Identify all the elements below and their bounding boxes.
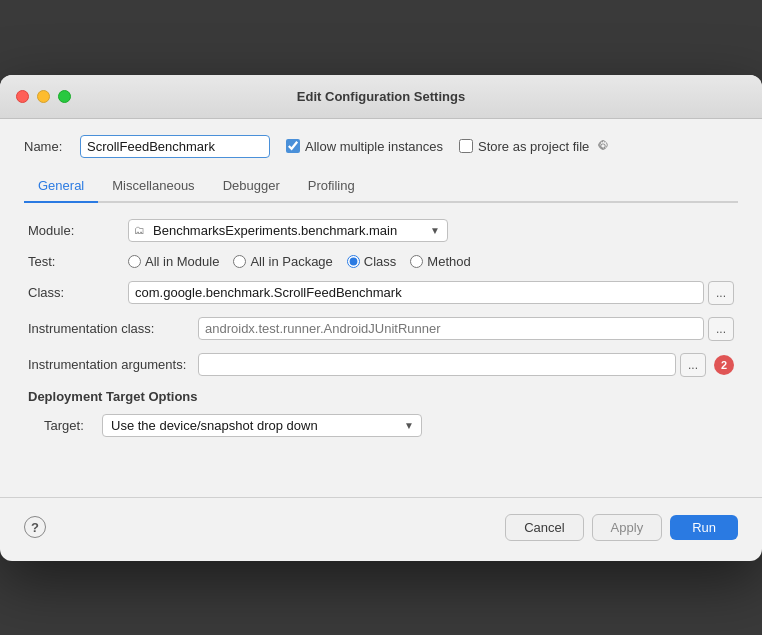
instrumentation-class-input-group: ... [198,317,734,341]
store-project-item[interactable]: Store as project file [459,139,610,154]
tab-debugger[interactable]: Debugger [209,172,294,203]
target-select[interactable]: Use the device/snapshot drop down [102,414,422,437]
class-browse-button[interactable]: ... [708,281,734,305]
store-project-label: Store as project file [478,139,589,154]
test-row: Test: All in Module All in Package Class [28,254,734,269]
tab-general[interactable]: General [24,172,98,203]
allow-multiple-checkbox[interactable] [286,139,300,153]
radio-method-label: Method [427,254,470,269]
test-all-in-package[interactable]: All in Package [233,254,332,269]
help-button[interactable]: ? [24,516,46,538]
close-button[interactable] [16,90,29,103]
target-row: Target: Use the device/snapshot drop dow… [44,414,734,437]
dialog-content: Name: Allow multiple instances Store as … [0,119,762,457]
name-input[interactable] [80,135,270,158]
instrumentation-arguments-badge: 2 [714,355,734,375]
target-label: Target: [44,418,94,433]
instrumentation-class-row: Instrumentation class: ... [28,317,734,341]
allow-multiple-label: Allow multiple instances [305,139,443,154]
apply-button[interactable]: Apply [592,514,663,541]
module-label: Module: [28,223,128,238]
instrumentation-arguments-row: Instrumentation arguments: ... 2 [28,353,734,377]
form-section: Module: 🗂 BenchmarksExperiments.benchmar… [24,219,738,437]
cancel-button[interactable]: Cancel [505,514,583,541]
class-input-group: ... [128,281,734,305]
module-row: Module: 🗂 BenchmarksExperiments.benchmar… [28,219,734,242]
test-class[interactable]: Class [347,254,397,269]
title-bar: Edit Configuration Settings [0,75,762,119]
store-project-checkbox[interactable] [459,139,473,153]
class-row: Class: ... [28,281,734,305]
instrumentation-class-browse-button[interactable]: ... [708,317,734,341]
target-select-wrapper: Use the device/snapshot drop down ▼ [102,414,422,437]
radio-class[interactable] [347,255,360,268]
instrumentation-class-input[interactable] [198,317,704,340]
test-all-in-module[interactable]: All in Module [128,254,219,269]
maximize-button[interactable] [58,90,71,103]
tab-miscellaneous[interactable]: Miscellaneous [98,172,208,203]
name-row: Name: Allow multiple instances Store as … [24,135,738,158]
test-label: Test: [28,254,128,269]
radio-all-in-package-label: All in Package [250,254,332,269]
name-label: Name: [24,139,72,154]
dialog-title: Edit Configuration Settings [297,89,465,104]
dialog-window: Edit Configuration Settings Name: Allow … [0,75,762,561]
deployment-heading: Deployment Target Options [28,389,734,404]
instrumentation-arguments-input-group: ... 2 [198,353,734,377]
tab-profiling[interactable]: Profiling [294,172,369,203]
class-input[interactable] [128,281,704,304]
options-group: Allow multiple instances Store as projec… [286,139,610,154]
gear-icon [596,139,610,153]
bottom-bar: ? Cancel Apply Run [0,497,762,561]
instrumentation-class-label: Instrumentation class: [28,321,198,336]
radio-all-in-module-label: All in Module [145,254,219,269]
module-select-wrapper: 🗂 BenchmarksExperiments.benchmark.main ▼ [128,219,448,242]
instrumentation-arguments-browse-button[interactable]: ... [680,353,706,377]
run-button[interactable]: Run [670,515,738,540]
test-method[interactable]: Method [410,254,470,269]
instrumentation-arguments-label: Instrumentation arguments: [28,357,198,372]
traffic-lights [16,90,71,103]
module-select[interactable]: BenchmarksExperiments.benchmark.main [128,219,448,242]
radio-all-in-package[interactable] [233,255,246,268]
instrumentation-arguments-input[interactable] [198,353,676,376]
minimize-button[interactable] [37,90,50,103]
radio-all-in-module[interactable] [128,255,141,268]
action-buttons: Cancel Apply Run [505,514,738,541]
radio-method[interactable] [410,255,423,268]
allow-multiple-item[interactable]: Allow multiple instances [286,139,443,154]
tabs-bar: General Miscellaneous Debugger Profiling [24,172,738,203]
class-label: Class: [28,285,128,300]
radio-class-label: Class [364,254,397,269]
test-radio-group: All in Module All in Package Class Metho… [128,254,471,269]
